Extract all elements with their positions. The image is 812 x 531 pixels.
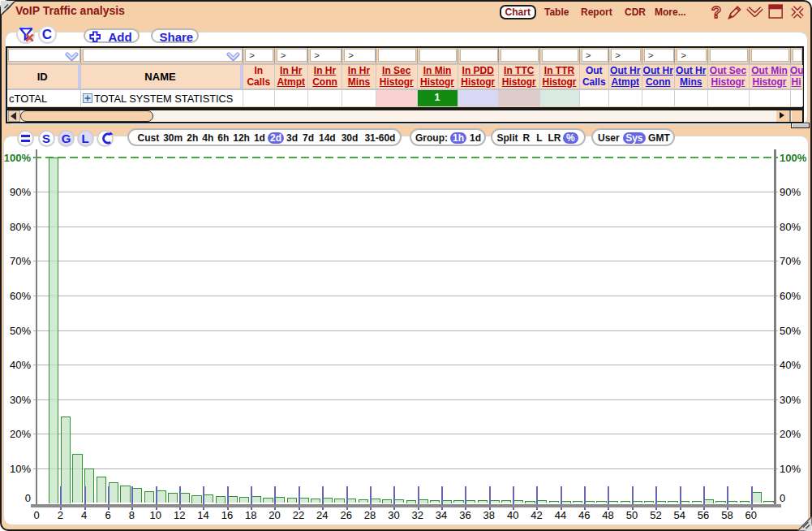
svg-text:?: ? [711, 2, 722, 21]
